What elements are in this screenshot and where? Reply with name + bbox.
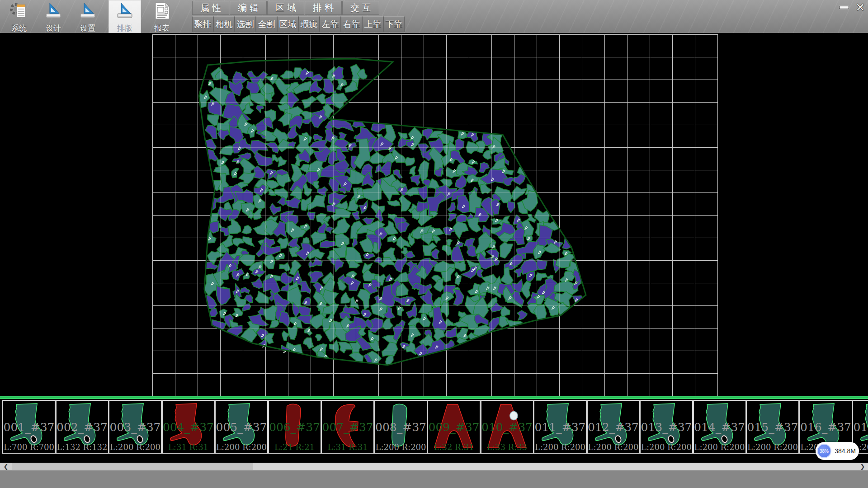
action-button-聚排[interactable]: 聚排 <box>192 16 213 32</box>
minimize-button[interactable] <box>838 2 850 12</box>
piece-thumbnail-009_#37[interactable]: 009_#37L:32 R:31 <box>427 400 481 454</box>
piece-thumbnail-015_#37[interactable]: 015_#37L:200 R:200 <box>746 400 799 454</box>
progress-circle: 38% <box>817 444 831 458</box>
status-bar <box>0 470 868 488</box>
piece-shape <box>326 402 369 450</box>
settings-triangle-icon <box>78 0 98 23</box>
piece-thumbnail-008_#37[interactable]: 008_#37L:200 R:200 <box>374 400 428 454</box>
close-button[interactable]: ✕ <box>854 2 866 13</box>
toolbar-button-4[interactable]: 排版 <box>108 0 141 33</box>
piece-shape <box>538 402 581 450</box>
action-button-全割[interactable]: 全割 <box>256 16 277 32</box>
nesting-canvas-area[interactable] <box>0 33 868 396</box>
piece-thumbnail-002_#37[interactable]: 002_#37L:132 R:132 <box>56 400 109 454</box>
toolbar-button-5[interactable]: 报表 <box>146 0 178 33</box>
action-button-上靠[interactable]: 上靠 <box>362 16 383 32</box>
window-controls: ✕ <box>838 1 866 13</box>
piece-thumbnail-011_#37[interactable]: 011_#37L:200 R:200 <box>533 400 587 454</box>
tab-属性[interactable]: 属性 <box>192 1 229 15</box>
tab-交互[interactable]: 交互 <box>342 1 379 15</box>
application-window: 系统设计设置排版报表 属性编辑区域排料交互 聚排相机选割全割区域瑕疵左靠右靠上靠… <box>0 0 868 488</box>
toolbar-button-label: 设置 <box>80 23 95 33</box>
action-button-瑕疵[interactable]: 瑕疵 <box>298 16 320 32</box>
piece-shape <box>273 402 316 450</box>
action-button-选割[interactable]: 选割 <box>235 16 256 32</box>
piece-shape <box>857 402 868 450</box>
piece-thumbnail-012_#37[interactable]: 012_#37L:200 R:200 <box>587 400 640 454</box>
piece-shape <box>432 402 475 450</box>
toolbar-button-label: 设计 <box>46 23 61 33</box>
header-bar: 系统设计设置排版报表 属性编辑区域排料交互 聚排相机选割全割区域瑕疵左靠右靠上靠… <box>0 0 868 33</box>
toolbar-button-1[interactable]: 系统 <box>3 0 35 33</box>
piece-shape <box>166 402 210 450</box>
piece-shape <box>219 402 263 450</box>
tab-编辑[interactable]: 编辑 <box>230 1 267 15</box>
piece-shape <box>644 402 688 450</box>
piece-shape <box>750 402 794 450</box>
piece-thumbnail-013_#37[interactable]: 013_#37L:200 R:200 <box>640 400 693 454</box>
piece-thumbnail-strip: 001_#37L:700 R:700002_#37L:132 R:132003_… <box>0 396 868 463</box>
action-button-区域[interactable]: 区域 <box>277 16 298 32</box>
piece-hole <box>509 411 517 420</box>
toolbar-button-label: 排版 <box>117 23 132 33</box>
toolbar-button-label: 报表 <box>154 23 170 33</box>
piece-thumbnail-007_#37[interactable]: 007_#37L:31 R:31 <box>321 400 374 454</box>
progress-badge: 38% 384.8M <box>816 442 859 460</box>
piece-shape <box>113 402 156 450</box>
toolbar-button-3[interactable]: 设置 <box>71 0 104 33</box>
nesting-triangle-icon <box>115 0 135 23</box>
piece-thumbnail-006_#37[interactable]: 006_#37L:21 R:21 <box>268 400 321 454</box>
minimize-icon <box>839 6 849 9</box>
piece-shape <box>485 402 528 450</box>
piece-thumbnail-005_#37[interactable]: 005_#37L:200 R:200 <box>215 400 268 454</box>
piece-thumbnail-003_#37[interactable]: 003_#37L:200 R:200 <box>108 400 162 454</box>
strip-top-border <box>0 396 868 400</box>
design-triangle-icon <box>43 0 63 23</box>
piece-thumbnail-014_#37[interactable]: 014_#37L:200 R:200 <box>693 400 746 454</box>
scrollbar-thumb[interactable] <box>12 463 253 470</box>
tab-排料[interactable]: 排料 <box>305 1 342 15</box>
horizontal-scrollbar[interactable]: ❮ ❯ <box>0 463 868 470</box>
piece-shape <box>591 402 635 450</box>
action-button-左靠[interactable]: 左靠 <box>320 16 341 32</box>
action-button-下靠[interactable]: 下靠 <box>383 16 405 32</box>
action-button-相机[interactable]: 相机 <box>213 16 235 32</box>
piece-shape <box>379 402 422 450</box>
piece-thumbnail-004_#37[interactable]: 004_#37L:31 R:31 <box>162 400 215 454</box>
system-gear-icon <box>9 0 29 23</box>
piece-shape <box>7 402 50 450</box>
action-button-右靠[interactable]: 右靠 <box>341 16 362 32</box>
toolbar-button-2[interactable]: 设计 <box>37 0 70 33</box>
toolbar-button-label: 系统 <box>11 23 27 33</box>
scroll-left-arrow[interactable]: ❮ <box>0 463 12 470</box>
report-document-icon <box>152 0 172 23</box>
nesting-canvas[interactable] <box>0 33 868 396</box>
bottom-gap <box>0 454 868 463</box>
tab-区域[interactable]: 区域 <box>267 1 304 15</box>
piece-shape <box>698 402 741 450</box>
memory-usage-label: 384.8M <box>831 447 859 455</box>
piece-thumbnail-001_#37[interactable]: 001_#37L:700 R:700 <box>2 400 56 454</box>
piece-thumbnail-010_#37[interactable]: 010_#37L:33 R:33 <box>481 400 534 454</box>
scroll-right-arrow[interactable]: ❯ <box>858 463 867 470</box>
piece-shape <box>60 402 104 450</box>
